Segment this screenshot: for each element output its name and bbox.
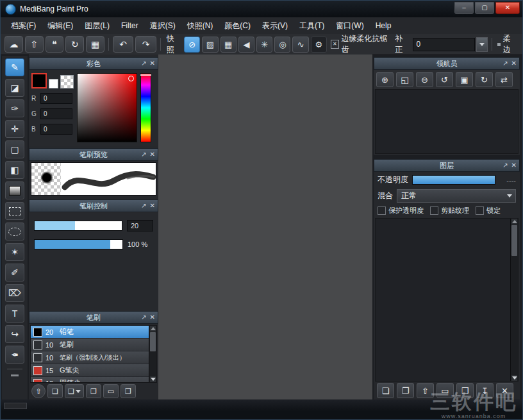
transfer-layer-button[interactable]: ⇧ (417, 383, 434, 398)
menu-edit[interactable]: 编辑(E) (42, 19, 78, 33)
shape-tool[interactable]: ▢ (5, 140, 24, 158)
gradient-tool[interactable] (5, 181, 24, 199)
correction-dropdown[interactable]: 0 (413, 38, 476, 51)
saturation-value-picker[interactable] (77, 73, 137, 142)
brush-list-scrollbar[interactable] (149, 326, 156, 382)
antialias-toggle[interactable]: ✕边缘柔化抗锯齿 (331, 33, 389, 55)
grid-mode-button[interactable]: ▦ (220, 37, 237, 53)
flip-view-button[interactable]: ⇄ (495, 72, 513, 87)
new-brush-button[interactable]: ❏ (47, 384, 63, 398)
duplicate-layer-button[interactable]: ❐ (397, 383, 414, 398)
scroll-down-icon[interactable] (150, 376, 156, 382)
close-icon[interactable]: ✕ (511, 162, 517, 169)
close-icon[interactable]: ✕ (150, 203, 155, 209)
publish-button[interactable]: ⇧ (25, 36, 44, 53)
select-eraser-tool[interactable]: ⌦ (5, 284, 24, 302)
ellipse-select-tool[interactable] (5, 223, 24, 240)
foreground-color-swatch[interactable] (31, 73, 47, 88)
soft-edge-toggle[interactable]: 柔边 (497, 33, 517, 55)
eraser-tool[interactable]: ◪ (5, 79, 24, 97)
copy-brush-button[interactable]: ❒ (120, 384, 136, 398)
curve-mode-button[interactable]: ∿ (292, 37, 308, 53)
clipping-checkbox[interactable]: 剪贴纹理 (430, 206, 469, 215)
navigator-preview[interactable] (375, 89, 519, 154)
close-icon[interactable]: ✕ (150, 151, 155, 158)
duplicate-brush-button[interactable]: ❐ (86, 384, 101, 398)
scrollbar-thumb[interactable] (511, 225, 517, 256)
copy-layer-button[interactable]: ❒ (456, 383, 474, 398)
menu-filter[interactable]: Filter (116, 19, 144, 32)
materials-button[interactable]: ▦ (86, 36, 104, 53)
g-channel-input[interactable]: 0 (40, 108, 72, 119)
titlebar[interactable]: MediBang Paint Pro – ▢ ✕ (1, 1, 522, 17)
fit-view-button[interactable]: ◱ (396, 72, 413, 87)
menu-view[interactable]: 表示(V) (257, 19, 293, 33)
new-brush-menu-button[interactable]: ❏ (65, 384, 84, 398)
canvas[interactable] (158, 55, 372, 401)
b-channel-input[interactable]: 0 (40, 124, 72, 135)
maximize-button[interactable]: ▢ (475, 2, 494, 14)
sync-button[interactable]: ↻ (65, 36, 84, 53)
popout-icon[interactable]: ↗ (141, 151, 146, 158)
menu-select[interactable]: 選択(S) (145, 19, 181, 33)
scroll-up-icon[interactable] (511, 219, 517, 224)
popout-icon[interactable]: ↗ (502, 60, 508, 67)
minimize-button[interactable]: – (454, 2, 474, 14)
menu-layer[interactable]: 图层(L) (79, 19, 115, 33)
brush-opacity-slider[interactable] (34, 239, 123, 249)
brush-row[interactable]: 10 笔刷 (31, 339, 149, 351)
correction-dropdown-button[interactable] (476, 37, 487, 52)
menu-help[interactable]: Help (370, 19, 397, 32)
bucket-tool[interactable]: ◧ (5, 161, 24, 179)
brush-row-pencil[interactable]: 20 铅笔 (31, 326, 149, 339)
redo-button[interactable]: ↷ (135, 36, 156, 53)
brush-control-header[interactable]: 笔刷控制 ↗ ✕ (29, 199, 158, 212)
scrollbar-thumb[interactable] (150, 332, 156, 351)
brush-row[interactable]: 10 圆笔尖 (31, 377, 149, 383)
delete-layer-button[interactable]: ✕ (496, 383, 513, 398)
text-tool[interactable]: T (5, 305, 24, 323)
scroll-up-icon[interactable] (150, 326, 156, 332)
color-panel-header[interactable]: 彩色 ↗ ✕ (29, 57, 158, 70)
operation-tool[interactable]: ↪ (5, 325, 24, 343)
brush-panel-header[interactable]: 笔刷 ↗ ✕ (29, 311, 158, 324)
rotate-ccw-button[interactable]: ↺ (436, 72, 453, 87)
new-folder-button[interactable]: ▭ (436, 383, 454, 398)
toolstrip-handle[interactable] (11, 374, 19, 376)
brush-settings-button[interactable]: ⚙ (311, 37, 327, 53)
blend-mode-select[interactable]: 正常 (397, 189, 516, 203)
brush-size-slider[interactable] (34, 221, 122, 231)
popout-icon[interactable]: ↗ (502, 162, 508, 169)
brush-tool[interactable]: ✎ (5, 58, 24, 76)
close-icon[interactable]: ✕ (150, 60, 155, 67)
background-color-swatch[interactable] (49, 79, 58, 88)
toolstrip-scrollbar[interactable] (4, 403, 27, 409)
layers-header[interactable]: 图层 ↗ ✕ (374, 159, 520, 172)
lock-checkbox[interactable]: 锁定 (476, 206, 501, 215)
move-tool[interactable]: ✛ (5, 120, 24, 138)
triangle-mode-button[interactable]: ◀ (238, 37, 254, 53)
marquee-select-tool[interactable] (5, 202, 24, 220)
zoom-in-button[interactable]: ⊕ (376, 72, 394, 87)
cloud-button[interactable]: ☁ (4, 36, 23, 53)
new-layer-button[interactable]: ❏ (377, 383, 394, 398)
snowflake-mode-button[interactable]: ✳ (256, 37, 272, 53)
upload-brush-button[interactable]: ⇧ (31, 384, 46, 398)
merge-layer-button[interactable]: ↧ (476, 383, 494, 398)
zoom-out-button[interactable]: ⊖ (416, 72, 433, 87)
concentric-mode-button[interactable]: ◎ (274, 37, 290, 53)
r-channel-input[interactable]: 0 (40, 93, 72, 104)
select-pen-tool[interactable]: ✐ (5, 264, 24, 281)
close-icon[interactable]: ✕ (511, 60, 517, 67)
navigator-header[interactable]: 领航员 ↗ ✕ (374, 57, 520, 70)
undo-button[interactable]: ↶ (113, 36, 133, 53)
menu-color[interactable]: 颜色(C) (219, 19, 256, 33)
magic-wand-tool[interactable]: ✶ (5, 243, 24, 261)
hue-slider[interactable] (140, 73, 151, 142)
rotate-cw-button[interactable]: ↻ (476, 72, 493, 87)
brush-shape-button[interactable]: ⊘ (184, 37, 200, 53)
brush-row[interactable]: 10 笔刷（强制淡入/淡出） (31, 351, 149, 364)
popout-icon[interactable]: ↗ (141, 60, 146, 67)
layers-scrollbar[interactable] (510, 219, 518, 381)
close-button[interactable]: ✕ (495, 2, 520, 14)
